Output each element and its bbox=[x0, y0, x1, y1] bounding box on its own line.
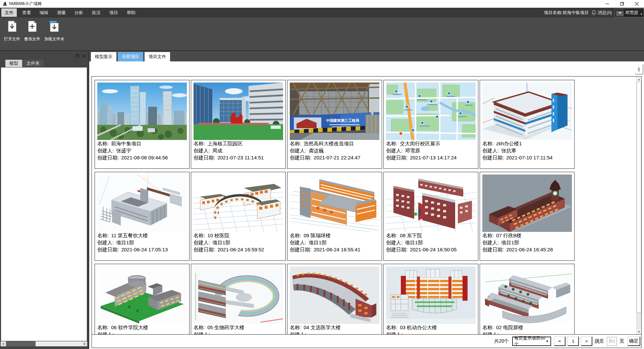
project-creator: 项目1部 bbox=[501, 240, 519, 245]
minimize-button[interactable] bbox=[600, 0, 614, 8]
next-page-button[interactable]: > bbox=[581, 337, 592, 346]
project-card[interactable]: 名称:02 电院群楼创建人:创建日期: bbox=[480, 264, 575, 334]
project-name-line: 名称:浩然高科大楼改造项目 bbox=[290, 140, 379, 147]
menu-item-view[interactable]: 查看 bbox=[19, 8, 34, 17]
project-date-line: 创建日期:2021-07-10 17:11:54 bbox=[482, 154, 572, 161]
collapse-panel-button[interactable]: || bbox=[635, 64, 643, 74]
menu-item-analysis[interactable]: 分析 bbox=[71, 8, 87, 17]
project-card[interactable]: 名称:08 东下院创建人:项目1部创建日期:2021-06-24 16:50:0… bbox=[383, 172, 478, 261]
project-card[interactable]: 名称:交大闵行校区展示创建人:邓雪原创建日期:2021-07-13 14:17:… bbox=[383, 80, 478, 169]
page-size-select[interactable]: 每页显示项目50个 ▼ bbox=[512, 337, 551, 346]
project-name: 07 行政B楼 bbox=[496, 233, 522, 238]
tab-model-display[interactable]: 模型显示 bbox=[91, 52, 116, 61]
tab-all-projects[interactable]: 全部项目 bbox=[118, 52, 143, 61]
project-name: 前海中集项目 bbox=[111, 141, 141, 146]
map-thumbnail bbox=[386, 83, 476, 140]
load-folder-button[interactable]: 加载文件夹 bbox=[42, 21, 66, 42]
prev-page-button[interactable]: < bbox=[554, 337, 566, 346]
project-card[interactable]: 名称:06 软件学院大楼创建人:创建日期: bbox=[95, 264, 190, 334]
scroll-right-icon[interactable]: ► bbox=[82, 341, 87, 346]
scroll-down-icon[interactable]: ▼ bbox=[637, 329, 641, 334]
project-card[interactable]: 名称:10 校医院创建人:项目1部创建日期:2021-06-24 16:59:5… bbox=[191, 172, 286, 261]
select-caret-icon: ▼ bbox=[546, 340, 549, 343]
scrollbar-thumb[interactable] bbox=[6, 341, 36, 346]
maximize-button[interactable] bbox=[614, 0, 629, 8]
dock-float-icon[interactable] bbox=[75, 53, 79, 59]
model-tree-panel[interactable] bbox=[1, 67, 87, 341]
dock-close-icon[interactable] bbox=[83, 53, 86, 59]
dock-header bbox=[0, 51, 88, 60]
project-card[interactable]: 名称:前海中集项目创建人:张盛宇创建日期:2021-08-08 09:44:56 bbox=[95, 80, 190, 169]
project-name-line: 名称:10 校医院 bbox=[194, 232, 283, 239]
tab-project-files[interactable]: 项目文件 bbox=[145, 52, 170, 61]
menu-item-help[interactable]: 帮助 bbox=[123, 8, 139, 17]
titlebar: NMBIM6.0-广域网 bbox=[0, 0, 644, 8]
model-dong bbox=[386, 174, 476, 232]
project-card[interactable]: 名称:上海核工院园区创建人:周成创建日期:2021-07-23 11:14:51 bbox=[191, 80, 286, 169]
model-zkh bbox=[482, 83, 572, 140]
project-name-line: 名称:前海中集项目 bbox=[97, 140, 187, 147]
total-count-label: 共20个 bbox=[494, 338, 509, 344]
city-photo bbox=[97, 83, 187, 140]
project-creator-line: 创建人: bbox=[194, 331, 283, 334]
model-software bbox=[97, 266, 187, 324]
messages-label: 消息(0) bbox=[598, 10, 612, 16]
project-date: 2021-06-24 16:45:28 bbox=[506, 247, 553, 252]
window-title: NMBIM6.0-广域网 bbox=[9, 1, 42, 7]
confirm-button[interactable]: 确定 bbox=[628, 337, 640, 346]
project-name: 08 东下院 bbox=[400, 233, 422, 238]
left-dock-panel: 模型文件夹 ◄ ► bbox=[0, 51, 88, 349]
user-menu[interactable]: 邓雪原 ▼ bbox=[615, 8, 644, 17]
toolbar: 打开文件叠加文件加载文件夹 bbox=[0, 17, 644, 51]
project-date: 2021-08-08 09:44:56 bbox=[121, 155, 168, 160]
close-button[interactable] bbox=[629, 0, 644, 8]
jump-page-input[interactable]: 共1 bbox=[607, 337, 617, 346]
project-creator-line: 创建人: bbox=[386, 331, 476, 334]
project-name: 02 电院群楼 bbox=[496, 325, 523, 330]
project-card[interactable]: 名称:11 第五餐饮大楼创建人:项目1部创建日期:2021-06-24 17:0… bbox=[95, 172, 190, 261]
current-page-button[interactable]: 1 bbox=[568, 337, 579, 346]
project-card[interactable]: 名称:05 生物药学大楼创建人:创建日期: bbox=[191, 264, 286, 334]
project-creator-line: 创建人: bbox=[482, 331, 572, 334]
model-canteen bbox=[97, 174, 187, 232]
project-name: 04 文选医学大楼 bbox=[304, 325, 341, 330]
messages-button[interactable]: 消息(0) bbox=[592, 10, 612, 16]
overlay-file-icon bbox=[27, 21, 37, 33]
project-card[interactable]: 名称:07 行政B楼创建人:项目1部创建日期:2021-06-24 16:45:… bbox=[480, 172, 575, 261]
project-creator: 项目1部 bbox=[405, 240, 423, 245]
project-date-line: 创建日期:2021-08-08 09:44:56 bbox=[97, 154, 187, 161]
menu-item-edit[interactable]: 编辑 bbox=[36, 8, 52, 17]
scroll-left-icon[interactable]: ◄ bbox=[1, 341, 6, 346]
vscrollbar-thumb[interactable] bbox=[637, 82, 641, 313]
menu-item-project[interactable]: 项目 bbox=[106, 8, 121, 17]
menu-item-annotate[interactable]: 批注 bbox=[89, 8, 104, 17]
model-jidong bbox=[386, 266, 476, 324]
project-date-line: 创建日期:2021-07-21 22:24:47 bbox=[290, 154, 379, 161]
project-card[interactable]: 名称:04 文选医学大楼创建人:创建日期: bbox=[287, 264, 382, 334]
project-name: 浩然高科大楼改造项目 bbox=[304, 141, 354, 146]
project-date: 2021-06-24 17:05:13 bbox=[121, 247, 168, 252]
project-creator: 邓雪原 bbox=[405, 148, 420, 153]
project-card[interactable]: 中国建筑第三工程局 名称:浩然高科大楼改造项目创建人:龚达巍创建日期:2021-… bbox=[287, 80, 382, 169]
menu-item-measure[interactable]: 测量 bbox=[54, 8, 69, 17]
menu-item-file[interactable]: 文件 bbox=[1, 8, 17, 17]
open-file-button[interactable]: 打开文件 bbox=[2, 21, 22, 42]
dock-tab-folder[interactable]: 文件夹 bbox=[22, 60, 44, 67]
project-card[interactable]: 名称:09 陈瑞球楼创建人:项目1部创建日期:2021-06-24 16:55:… bbox=[287, 172, 382, 261]
model-chen bbox=[290, 174, 379, 232]
model-wenxuan bbox=[290, 266, 379, 324]
project-date: 2021-07-10 17:11:54 bbox=[506, 155, 552, 160]
overlay-file-button[interactable]: 叠加文件 bbox=[22, 21, 42, 42]
project-card[interactable]: 名称:03 机动办公大楼创建人:创建日期: bbox=[383, 264, 478, 334]
dock-horizontal-scrollbar[interactable]: ◄ ► bbox=[1, 341, 87, 346]
vertical-scrollbar[interactable]: ▲ ▼ bbox=[636, 77, 641, 334]
jump-label: 跳至 bbox=[595, 338, 604, 344]
scroll-up-icon[interactable]: ▲ bbox=[637, 77, 641, 82]
campus-photo bbox=[194, 83, 283, 140]
project-card[interactable]: 名称:zkh办公楼1创建人:张抗寒创建日期:2021-07-10 17:11:5… bbox=[480, 80, 575, 169]
project-name-line: 名称:上海核工院园区 bbox=[194, 140, 283, 147]
project-creator-line: 创建人:龚达巍 bbox=[290, 147, 379, 154]
project-date-line: 创建日期:2021-06-24 16:45:28 bbox=[482, 246, 572, 253]
dock-tab-model[interactable]: 模型 bbox=[5, 60, 22, 67]
project-date-line: 创建日期:2021-06-24 16:50:05 bbox=[386, 246, 476, 253]
